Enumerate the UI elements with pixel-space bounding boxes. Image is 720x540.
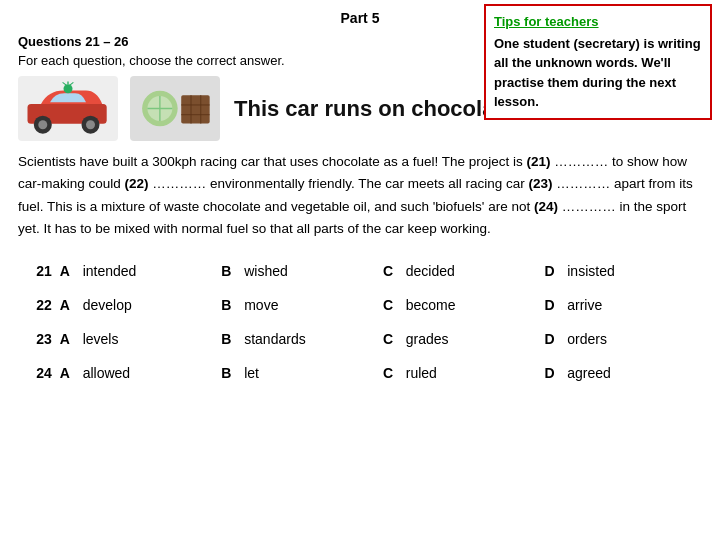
svg-point-2 <box>38 120 47 129</box>
option-letter[interactable]: D <box>540 254 563 288</box>
option-letter[interactable]: A <box>56 288 79 322</box>
answer-row-22: 22AdevelopBmoveCbecomeDarrive <box>18 288 702 322</box>
option-text[interactable]: wished <box>240 254 379 288</box>
answers-table: 21AintendedBwishedCdecidedDinsisted22Ade… <box>18 254 702 390</box>
option-text[interactable]: intended <box>79 254 218 288</box>
q24-marker: (24) <box>534 199 558 214</box>
option-text[interactable]: allowed <box>79 356 218 390</box>
article-body: Scientists have built a 300kph racing ca… <box>18 151 702 240</box>
article-title: This car runs on chocolate! <box>234 96 521 122</box>
svg-point-4 <box>86 120 95 129</box>
question-number: 23 <box>18 322 56 356</box>
option-text[interactable]: orders <box>563 322 702 356</box>
option-text[interactable]: develop <box>79 288 218 322</box>
chocolate-image <box>130 76 220 141</box>
option-text[interactable]: arrive <box>563 288 702 322</box>
q21-marker: (21) <box>527 154 551 169</box>
option-text[interactable]: grades <box>402 322 541 356</box>
svg-rect-13 <box>181 95 209 123</box>
option-text[interactable]: insisted <box>563 254 702 288</box>
answer-row-23: 23AlevelsBstandardsCgradesDorders <box>18 322 702 356</box>
question-number: 22 <box>18 288 56 322</box>
option-letter[interactable]: D <box>540 356 563 390</box>
option-letter[interactable]: B <box>217 356 240 390</box>
question-number: 21 <box>18 254 56 288</box>
option-letter[interactable]: B <box>217 254 240 288</box>
option-letter[interactable]: C <box>379 322 402 356</box>
answer-row-21: 21AintendedBwishedCdecidedDinsisted <box>18 254 702 288</box>
option-letter[interactable]: A <box>56 356 79 390</box>
option-letter[interactable]: C <box>379 254 402 288</box>
option-text[interactable]: move <box>240 288 379 322</box>
option-text[interactable]: let <box>240 356 379 390</box>
option-letter[interactable]: C <box>379 288 402 322</box>
car-image <box>18 76 118 141</box>
option-letter[interactable]: A <box>56 322 79 356</box>
option-text[interactable]: become <box>402 288 541 322</box>
question-number: 24 <box>18 356 56 390</box>
option-text[interactable]: standards <box>240 322 379 356</box>
option-text[interactable]: levels <box>79 322 218 356</box>
option-letter[interactable]: D <box>540 288 563 322</box>
q23-marker: (23) <box>528 176 552 191</box>
option-letter[interactable]: C <box>379 356 402 390</box>
option-text[interactable]: agreed <box>563 356 702 390</box>
svg-point-5 <box>64 84 73 93</box>
option-letter[interactable]: B <box>217 288 240 322</box>
q22-marker: (22) <box>125 176 149 191</box>
option-letter[interactable]: A <box>56 254 79 288</box>
tips-title: Tips for teachers <box>494 12 702 32</box>
svg-line-7 <box>63 82 67 85</box>
svg-line-8 <box>70 82 74 85</box>
option-letter[interactable]: B <box>217 322 240 356</box>
answer-row-24: 24AallowedBletCruledDagreed <box>18 356 702 390</box>
page-container: Part 5 Questions 21 – 26 For each questi… <box>0 0 720 540</box>
tips-box: Tips for teachers One student (secretary… <box>484 4 712 120</box>
tips-body: One student (secretary) is writing all t… <box>494 34 702 112</box>
option-text[interactable]: ruled <box>402 356 541 390</box>
option-letter[interactable]: D <box>540 322 563 356</box>
option-text[interactable]: decided <box>402 254 541 288</box>
